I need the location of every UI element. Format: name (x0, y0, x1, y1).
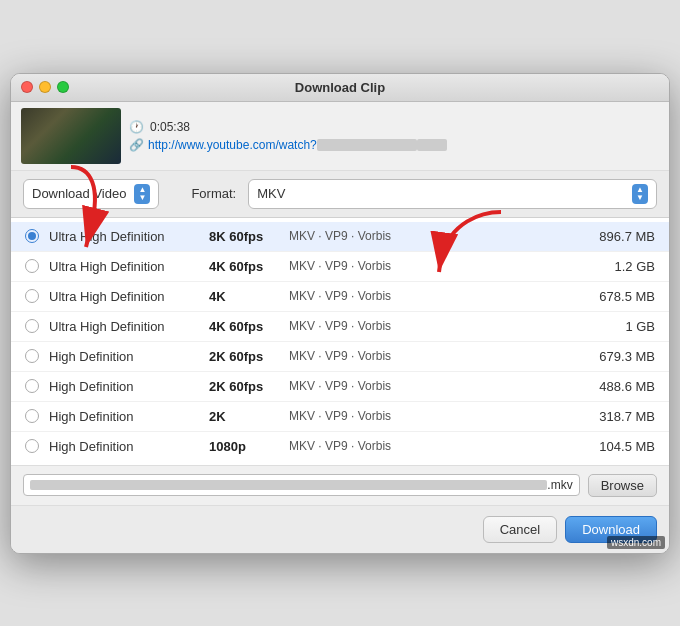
window-title: Download Clip (295, 80, 385, 95)
browser-info: 🕐 0:05:38 🔗 http://www.youtube.com/watch… (129, 120, 659, 152)
time-row: 🕐 0:05:38 (129, 120, 659, 134)
quality-resolution: 4K (209, 289, 289, 304)
toolbar-row: Download Video ▲ ▼ Format: MKV ▲ ▼ (11, 171, 669, 218)
radio-button[interactable] (25, 289, 39, 303)
quality-size: 679.3 MB (585, 349, 655, 364)
path-blurred (30, 480, 547, 490)
format-arrows: ▲ ▼ (632, 184, 648, 204)
watermark: wsxdn.com (607, 536, 665, 549)
url-blurred (317, 139, 417, 151)
quality-size: 1.2 GB (585, 259, 655, 274)
radio-button[interactable] (25, 319, 39, 333)
main-window: Download Clip 🕐 0:05:38 🔗 http://www.you… (10, 73, 670, 554)
quality-item[interactable]: High Definition1080pMKV · VP9 · Vorbis10… (11, 432, 669, 461)
quality-item[interactable]: High Definition2K 60fpsMKV · VP9 · Vorbi… (11, 372, 669, 402)
radio-button[interactable] (25, 379, 39, 393)
quality-name: High Definition (49, 409, 209, 424)
radio-button[interactable] (25, 409, 39, 423)
quality-item[interactable]: Ultra High Definition8K 60fpsMKV · VP9 ·… (11, 222, 669, 252)
download-type-arrows: ▲ ▼ (134, 184, 150, 204)
quality-resolution: 2K 60fps (209, 349, 289, 364)
quality-item[interactable]: Ultra High Definition4K 60fpsMKV · VP9 ·… (11, 312, 669, 342)
quality-list: Ultra High Definition8K 60fpsMKV · VP9 ·… (11, 218, 669, 465)
quality-name: High Definition (49, 439, 209, 454)
url-link[interactable]: http://www.youtube.com/watch? (148, 138, 447, 152)
quality-codec: MKV · VP9 · Vorbis (289, 439, 585, 453)
close-button[interactable] (21, 81, 33, 93)
quality-name: Ultra High Definition (49, 289, 209, 304)
quality-name: Ultra High Definition (49, 259, 209, 274)
quality-resolution: 4K 60fps (209, 319, 289, 334)
quality-item[interactable]: Ultra High Definition4K 60fpsMKV · VP9 ·… (11, 252, 669, 282)
url-blurred-sm (417, 139, 447, 151)
quality-name: Ultra High Definition (49, 319, 209, 334)
browser-bar: 🕐 0:05:38 🔗 http://www.youtube.com/watch… (11, 102, 669, 171)
quality-codec: MKV · VP9 · Vorbis (289, 349, 585, 363)
path-bar: .mkv Browse (11, 465, 669, 505)
download-type-dropdown[interactable]: Download Video ▲ ▼ (23, 179, 159, 209)
quality-resolution: 8K 60fps (209, 229, 289, 244)
radio-button[interactable] (25, 259, 39, 273)
radio-button[interactable] (25, 229, 39, 243)
minimize-button[interactable] (39, 81, 51, 93)
link-icon: 🔗 (129, 138, 144, 152)
quality-name: High Definition (49, 379, 209, 394)
cancel-button[interactable]: Cancel (483, 516, 557, 543)
browse-button[interactable]: Browse (588, 474, 657, 497)
quality-resolution: 2K 60fps (209, 379, 289, 394)
quality-codec: MKV · VP9 · Vorbis (289, 409, 585, 423)
quality-item[interactable]: High Definition2K 60fpsMKV · VP9 · Vorbi… (11, 342, 669, 372)
clock-icon: 🕐 (129, 120, 144, 134)
url-row: 🔗 http://www.youtube.com/watch? (129, 138, 659, 152)
quality-size: 896.7 MB (585, 229, 655, 244)
format-dropdown[interactable]: MKV ▲ ▼ (248, 179, 657, 209)
quality-resolution: 1080p (209, 439, 289, 454)
quality-codec: MKV · VP9 · Vorbis (289, 319, 585, 333)
quality-codec: MKV · VP9 · Vorbis (289, 229, 585, 243)
window-content: 🕐 0:05:38 🔗 http://www.youtube.com/watch… (11, 102, 669, 553)
quality-size: 1 GB (585, 319, 655, 334)
quality-size: 318.7 MB (585, 409, 655, 424)
titlebar: Download Clip (11, 74, 669, 102)
quality-size: 104.5 MB (585, 439, 655, 454)
traffic-lights (21, 81, 69, 93)
quality-item[interactable]: High Definition2KMKV · VP9 · Vorbis318.7… (11, 402, 669, 432)
quality-name: Ultra High Definition (49, 229, 209, 244)
path-extension: .mkv (547, 478, 572, 492)
quality-resolution: 4K 60fps (209, 259, 289, 274)
quality-resolution: 2K (209, 409, 289, 424)
quality-name: High Definition (49, 349, 209, 364)
radio-button[interactable] (25, 439, 39, 453)
video-duration: 0:05:38 (150, 120, 190, 134)
quality-codec: MKV · VP9 · Vorbis (289, 289, 585, 303)
quality-size: 678.5 MB (585, 289, 655, 304)
path-field[interactable]: .mkv (23, 474, 580, 496)
quality-size: 488.6 MB (585, 379, 655, 394)
quality-codec: MKV · VP9 · Vorbis (289, 259, 585, 273)
radio-button[interactable] (25, 349, 39, 363)
footer: Cancel Download (11, 505, 669, 553)
download-type-label: Download Video (32, 186, 126, 201)
fullscreen-button[interactable] (57, 81, 69, 93)
format-label: Format: (191, 186, 236, 201)
format-value: MKV (257, 186, 285, 201)
quality-codec: MKV · VP9 · Vorbis (289, 379, 585, 393)
video-thumbnail (21, 108, 121, 164)
quality-item[interactable]: Ultra High Definition4KMKV · VP9 · Vorbi… (11, 282, 669, 312)
